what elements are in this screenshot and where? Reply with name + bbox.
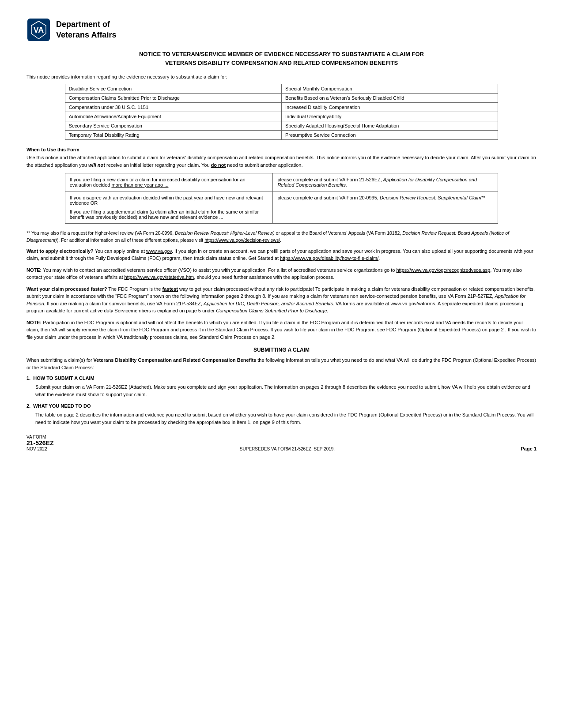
- claim-types-table: Disability Service ConnectionSpecial Mon…: [65, 84, 499, 140]
- claim-table-cell: Compensation under 38 U.S.C. 1151: [65, 103, 281, 112]
- org-name: Department of Veterans Affairs: [56, 19, 116, 40]
- info-table-right-cell: please complete and submit VA Form 21-52…: [273, 173, 498, 191]
- claim-table-row: Compensation under 38 U.S.C. 1151Increas…: [65, 103, 498, 112]
- claim-table-row: Compensation Claims Submitted Prior to D…: [65, 94, 498, 103]
- info-table-row: If you disagree with an evaluation decid…: [65, 191, 498, 224]
- section-1-text: Submit your claim on a VA Form 21-526EZ …: [35, 383, 537, 398]
- claim-table-cell: Specially Adapted Housing/Special Home A…: [282, 121, 498, 131]
- page-footer: VA FORM 21-526EZ NOV 2022 SUPERSEDES VA …: [26, 435, 537, 451]
- info-table-row: If you are filing a new claim or a claim…: [65, 173, 498, 191]
- claim-table-row: Secondary Service CompensationSpecially …: [65, 121, 498, 131]
- claim-table-row: Temporary Total Disability RatingPresump…: [65, 131, 498, 140]
- footer-form-label: VA FORM: [26, 435, 53, 439]
- footer-supersedes: SUPERSEDES VA FORM 21-526EZ, SEP 2019.: [53, 447, 521, 451]
- submitting-section-title: SUBMITTING A CLAIM: [26, 347, 537, 353]
- footnote-text: ** You may also file a request for highe…: [26, 230, 537, 244]
- when-to-use-text: Use this notice and the attached applica…: [26, 154, 537, 169]
- claim-table-cell: Increased Disability Compensation: [282, 103, 498, 112]
- info-table: If you are filing a new claim or a claim…: [65, 173, 499, 224]
- claim-table-row: Disability Service ConnectionSpecial Mon…: [65, 84, 498, 94]
- section-1-heading: 1. HOW TO SUBMIT A CLAIM: [26, 375, 537, 381]
- claim-table-cell: Benefits Based on a Veteran's Seriously …: [282, 94, 498, 103]
- claim-table-cell: Automobile Allowance/Adaptive Equipment: [65, 112, 281, 121]
- section-1: 1. HOW TO SUBMIT A CLAIM Submit your cla…: [26, 375, 537, 398]
- claim-table-cell: Special Monthly Compensation: [282, 84, 498, 94]
- info-table-left-cell: If you are filing a new claim or a claim…: [65, 173, 273, 191]
- when-to-use-heading: When to Use this Form: [26, 147, 537, 152]
- footer-form-number: 21-526EZ: [26, 439, 53, 447]
- info-table-left-cell: If you disagree with an evaluation decid…: [65, 191, 273, 224]
- section-2-heading: 2. WHAT YOU NEED TO DO: [26, 403, 537, 409]
- section-2-text: The table on page 2 describes the inform…: [35, 411, 537, 426]
- note1-text: NOTE: You may wish to contact an accredi…: [26, 266, 537, 281]
- claim-table-cell: Presumptive Service Connection: [282, 131, 498, 140]
- claim-table-cell: Secondary Service Compensation: [65, 121, 281, 131]
- claim-table-cell: Individual Unemployability: [282, 112, 498, 121]
- page-title: NOTICE TO VETERAN/SERVICE MEMBER OF EVID…: [26, 50, 537, 67]
- svg-text:VA: VA: [34, 26, 44, 34]
- apply-electronically-text: Want to apply electronically? You can ap…: [26, 248, 537, 262]
- intro-text: This notice provides information regardi…: [26, 74, 537, 79]
- note2-text: NOTE: Participation in the FDC Program i…: [26, 319, 537, 341]
- faster-processing-text: Want your claim processed faster? The FD…: [26, 285, 537, 315]
- va-logo: VA: [26, 18, 51, 42]
- submitting-section-intro: When submitting a claim(s) for Veterans …: [26, 356, 537, 371]
- info-table-right-cell: please complete and submit VA Form 20-09…: [273, 191, 498, 224]
- claim-table-row: Automobile Allowance/Adaptive EquipmentI…: [65, 112, 498, 121]
- claim-table-cell: Disability Service Connection: [65, 84, 281, 94]
- page-header: VA Department of Veterans Affairs: [26, 18, 537, 42]
- footer-page: Page 1: [521, 446, 537, 451]
- claim-table-cell: Compensation Claims Submitted Prior to D…: [65, 94, 281, 103]
- footer-form-date: NOV 2022: [26, 447, 53, 451]
- claim-table-cell: Temporary Total Disability Rating: [65, 131, 281, 140]
- section-2: 2. WHAT YOU NEED TO DO The table on page…: [26, 403, 537, 426]
- footer-form-info: VA FORM 21-526EZ NOV 2022: [26, 435, 53, 451]
